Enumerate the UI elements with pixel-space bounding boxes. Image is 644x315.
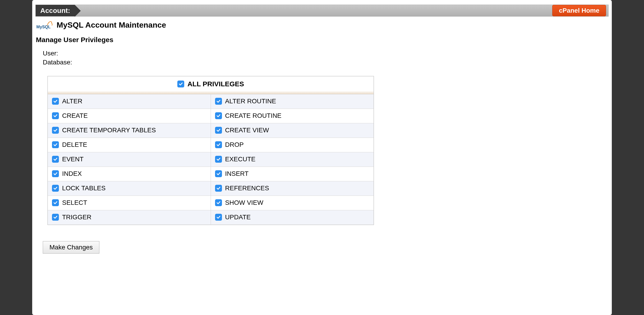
privilege-label: DROP bbox=[225, 141, 244, 148]
privilege-row: CREATECREATE ROUTINE bbox=[48, 109, 374, 123]
privilege-row: CREATE TEMPORARY TABLESCREATE VIEW bbox=[48, 123, 374, 138]
content-area: MySQL MySQL Account Maintenance Manage U… bbox=[32, 17, 612, 263]
privilege-label: CREATE TEMPORARY TABLES bbox=[62, 127, 156, 134]
privilege-label: EVENT bbox=[62, 156, 84, 163]
privilege-label: CREATE VIEW bbox=[225, 127, 269, 134]
privilege-label: SELECT bbox=[62, 199, 87, 206]
privilege-checkbox[interactable] bbox=[52, 98, 59, 105]
main-panel: Account: cPanel Home MySQL MySQL Account… bbox=[32, 0, 612, 315]
privilege-row: SELECTSHOW VIEW bbox=[48, 196, 374, 210]
privilege-checkbox[interactable] bbox=[52, 141, 59, 148]
privilege-label: ALTER bbox=[62, 98, 82, 105]
privilege-row: LOCK TABLESREFERENCES bbox=[48, 181, 374, 196]
privilege-label: SHOW VIEW bbox=[225, 199, 263, 206]
privilege-checkbox[interactable] bbox=[215, 199, 222, 206]
cpanel-home-button[interactable]: cPanel Home bbox=[552, 5, 606, 16]
privilege-checkbox[interactable] bbox=[52, 199, 59, 206]
all-privileges-checkbox[interactable] bbox=[177, 81, 184, 87]
database-label: Database: bbox=[43, 59, 72, 66]
privilege-label: CREATE bbox=[62, 112, 88, 119]
privilege-label: REFERENCES bbox=[225, 185, 269, 192]
privilege-label: UPDATE bbox=[225, 213, 251, 221]
mysql-icon: MySQL bbox=[36, 20, 54, 30]
privilege-label: ALTER ROUTINE bbox=[225, 98, 276, 105]
privilege-label: DELETE bbox=[62, 141, 87, 148]
title-row: MySQL MySQL Account Maintenance bbox=[36, 20, 608, 30]
privilege-checkbox[interactable] bbox=[215, 156, 222, 163]
privilege-row: EVENTEXECUTE bbox=[48, 152, 374, 167]
privilege-label: INSERT bbox=[225, 170, 249, 177]
privilege-row: ALTERALTER ROUTINE bbox=[48, 94, 374, 109]
account-label: Account: bbox=[40, 7, 70, 15]
privilege-checkbox[interactable] bbox=[52, 214, 59, 221]
make-changes-button[interactable]: Make Changes bbox=[43, 241, 99, 253]
privilege-checkbox[interactable] bbox=[52, 127, 59, 134]
privilege-checkbox[interactable] bbox=[52, 185, 59, 192]
privilege-label: CREATE ROUTINE bbox=[225, 112, 282, 119]
user-row: User: bbox=[43, 49, 608, 58]
user-db-info: User: Database: bbox=[43, 49, 608, 67]
privilege-row: TRIGGERUPDATE bbox=[48, 210, 374, 225]
privilege-checkbox[interactable] bbox=[52, 170, 59, 177]
user-label: User: bbox=[43, 50, 58, 57]
all-privileges-label: ALL PRIVILEGES bbox=[188, 80, 244, 88]
privilege-checkbox[interactable] bbox=[215, 112, 222, 119]
privilege-checkbox[interactable] bbox=[52, 112, 59, 119]
privilege-checkbox[interactable] bbox=[215, 98, 222, 105]
all-privileges-row: ALL PRIVILEGES bbox=[48, 76, 374, 91]
database-row: Database: bbox=[43, 58, 608, 67]
privilege-label: EXECUTE bbox=[225, 156, 256, 163]
privileges-table-wrap: ALL PRIVILEGES ALTERALTER ROUTINECREATEC… bbox=[48, 76, 374, 225]
privilege-checkbox[interactable] bbox=[215, 170, 222, 177]
privilege-checkbox[interactable] bbox=[215, 214, 222, 221]
privilege-checkbox[interactable] bbox=[52, 156, 59, 163]
privilege-label: INDEX bbox=[62, 170, 82, 177]
privilege-row: INDEXINSERT bbox=[48, 167, 374, 181]
cpanel-home-label: cPanel Home bbox=[559, 7, 600, 14]
section-title: Manage User Privileges bbox=[36, 36, 608, 44]
privilege-label: LOCK TABLES bbox=[62, 185, 106, 192]
privilege-checkbox[interactable] bbox=[215, 185, 222, 192]
privilege-label: TRIGGER bbox=[62, 213, 92, 221]
account-label-wrap: Account: bbox=[36, 5, 75, 16]
privilege-row: DELETEDROP bbox=[48, 138, 374, 152]
account-bar: Account: cPanel Home bbox=[36, 5, 608, 17]
make-changes-label: Make Changes bbox=[50, 244, 93, 251]
privileges-table: ALL PRIVILEGES ALTERALTER ROUTINECREATEC… bbox=[48, 76, 374, 225]
page-title: MySQL Account Maintenance bbox=[56, 21, 166, 30]
privilege-checkbox[interactable] bbox=[215, 141, 222, 148]
privilege-checkbox[interactable] bbox=[215, 127, 222, 134]
